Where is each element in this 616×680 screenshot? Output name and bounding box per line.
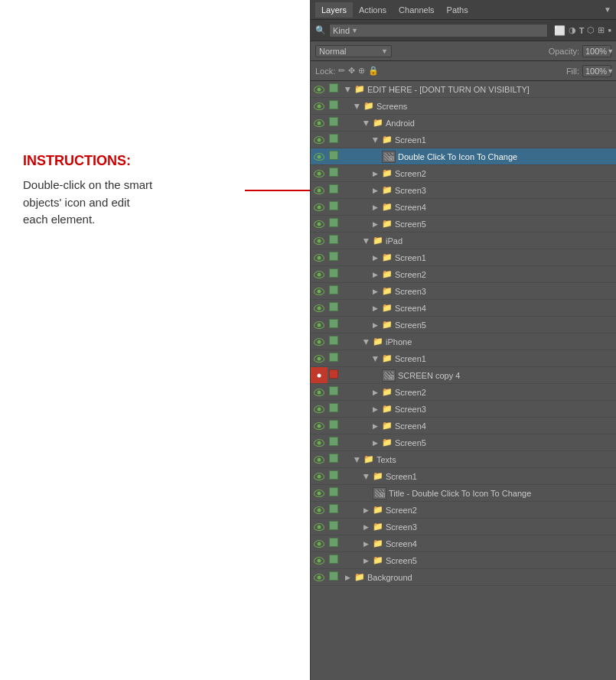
expand-arrow-iphone-screen4[interactable]: ▶ [373, 422, 378, 430]
filter-adjust-icon[interactable]: ◑ [569, 25, 576, 35]
expand-arrow-texts-screen1[interactable]: ▶ [363, 473, 370, 479]
expand-arrow-iphone-screen5[interactable]: ▶ [373, 439, 378, 447]
layer-row-ipad-screen1[interactable]: ▶📁Screen1 [311, 249, 616, 266]
expand-arrow-edit-here[interactable]: ▶ [344, 86, 352, 92]
visibility-toggle-texts[interactable] [311, 451, 328, 467]
layer-row-android-screen1[interactable]: ▶📁Screen1 [311, 132, 616, 148]
expand-arrow-ipad-screen1[interactable]: ▶ [373, 254, 378, 262]
layer-row-android-screen5[interactable]: ▶📁Screen5 [311, 216, 616, 233]
smart-object-icon-iphone-screen1-smart[interactable] [382, 369, 396, 382]
visibility-toggle-texts-screen5[interactable] [311, 552, 328, 568]
filter-pixel-icon[interactable]: ⬜ [554, 25, 565, 36]
layer-row-iphone[interactable]: ▶📁iPhone [311, 333, 616, 350]
visibility-toggle-android[interactable] [311, 115, 328, 131]
layer-row-ipad-screen5[interactable]: ▶📁Screen5 [311, 317, 616, 333]
layer-row-edit-here[interactable]: ▶📁EDIT HERE - [DONT TURN ON VISIBILTY] [311, 81, 616, 98]
layer-row-ipad-screen2[interactable]: ▶📁Screen2 [311, 266, 616, 283]
tab-layers[interactable]: Layers [315, 2, 353, 18]
expand-arrow-iphone-screen3[interactable]: ▶ [373, 405, 378, 413]
fill-input[interactable]: 100% ▼ [582, 65, 611, 77]
visibility-toggle-texts-screen1-smart[interactable] [311, 485, 328, 501]
visibility-toggle-android-screen1-smart[interactable] [311, 148, 328, 164]
visibility-toggle-iphone-screen4[interactable] [311, 418, 328, 434]
lock-pixels-icon[interactable]: ✏ [338, 66, 345, 76]
expand-arrow-screens[interactable]: ▶ [354, 103, 361, 109]
visibility-toggle-ipad-screen3[interactable] [311, 283, 328, 299]
layer-row-ipad-screen3[interactable]: ▶📁Screen3 [311, 283, 616, 300]
visibility-toggle-texts-screen4[interactable] [311, 535, 328, 551]
lock-artboard-icon[interactable]: ⊕ [358, 66, 365, 76]
layer-row-android[interactable]: ▶📁Android [311, 115, 616, 132]
visibility-toggle-background[interactable] [311, 569, 328, 585]
layer-row-texts-screen1[interactable]: ▶📁Screen1 [311, 468, 616, 485]
layer-row-texts-screen1-smart[interactable]: Title - Double Click To Icon To Change [311, 485, 616, 502]
visibility-toggle-ipad-screen1[interactable] [311, 249, 328, 265]
tab-actions[interactable]: Actions [353, 2, 393, 18]
layer-row-iphone-screen1-smart[interactable]: SCREEN copy 4 [311, 367, 616, 384]
visibility-toggle-android-screen1[interactable] [311, 132, 328, 148]
visibility-toggle-iphone-screen5[interactable] [311, 434, 328, 451]
lock-all-icon[interactable]: 🔒 [368, 66, 379, 76]
visibility-toggle-iphone-screen1-smart[interactable] [311, 367, 328, 383]
visibility-toggle-ipad-screen2[interactable] [311, 266, 328, 282]
visibility-toggle-android-screen2[interactable] [311, 165, 328, 181]
layer-row-android-screen4[interactable]: ▶📁Screen4 [311, 199, 616, 216]
expand-arrow-ipad-screen4[interactable]: ▶ [373, 304, 378, 312]
tab-paths[interactable]: Paths [441, 2, 474, 18]
expand-arrow-iphone-screen1[interactable]: ▶ [372, 356, 380, 361]
layer-row-iphone-screen2[interactable]: ▶📁Screen2 [311, 384, 616, 401]
visibility-toggle-screens[interactable] [311, 98, 328, 114]
layer-row-android-screen2[interactable]: ▶📁Screen2 [311, 165, 616, 182]
tab-channels[interactable]: Channels [393, 2, 440, 18]
visibility-toggle-android-screen4[interactable] [311, 199, 328, 215]
layer-row-texts-screen3[interactable]: ▶📁Screen3 [311, 519, 616, 535]
expand-arrow-texts[interactable]: ▶ [354, 457, 361, 462]
filter-smart-icon[interactable]: ⊞ [598, 25, 605, 35]
search-input[interactable]: Kind ▼ [329, 24, 548, 37]
expand-arrow-ipad[interactable]: ▶ [363, 238, 370, 243]
visibility-toggle-iphone[interactable] [311, 333, 328, 350]
visibility-toggle-edit-here[interactable] [311, 81, 328, 97]
opacity-input[interactable]: 100% ▼ [582, 45, 611, 57]
layer-row-android-screen1-smart[interactable]: Double Click To Icon To Change [311, 148, 616, 165]
expand-arrow-iphone-screen2[interactable]: ▶ [373, 389, 378, 396]
expand-arrow-texts-screen5[interactable]: ▶ [363, 557, 369, 564]
layer-row-iphone-screen5[interactable]: ▶📁Screen5 [311, 434, 616, 451]
lock-position-icon[interactable]: ✥ [348, 66, 355, 76]
layer-row-iphone-screen4[interactable]: ▶📁Screen4 [311, 418, 616, 434]
layer-row-texts-screen2[interactable]: ▶📁Screen2 [311, 502, 616, 519]
layer-row-texts-screen5[interactable]: ▶📁Screen5 [311, 552, 616, 569]
visibility-toggle-ipad[interactable] [311, 233, 328, 249]
layer-row-background[interactable]: ▶📁Background [311, 569, 616, 586]
expand-arrow-texts-screen4[interactable]: ▶ [363, 540, 369, 548]
expand-arrow-texts-screen3[interactable]: ▶ [363, 523, 369, 531]
layer-row-texts[interactable]: ▶📁Texts [311, 451, 616, 468]
expand-arrow-android-screen1[interactable]: ▶ [372, 137, 380, 142]
layer-row-screens[interactable]: ▶📁Screens [311, 98, 616, 115]
visibility-toggle-ipad-screen4[interactable] [311, 300, 328, 316]
panel-menu-arrow[interactable]: ▼ [604, 5, 611, 14]
blend-mode-dropdown[interactable]: Normal ▼ [315, 45, 392, 57]
visibility-toggle-iphone-screen1[interactable] [311, 350, 328, 366]
expand-arrow-android-screen4[interactable]: ▶ [373, 203, 378, 211]
expand-arrow-android-screen3[interactable]: ▶ [373, 187, 378, 194]
expand-arrow-iphone[interactable]: ▶ [363, 339, 370, 344]
layer-row-iphone-screen1[interactable]: ▶📁Screen1 [311, 350, 616, 367]
layer-row-android-screen3[interactable]: ▶📁Screen3 [311, 182, 616, 199]
visibility-toggle-ipad-screen5[interactable] [311, 317, 328, 333]
layer-row-texts-screen4[interactable]: ▶📁Screen4 [311, 535, 616, 552]
smart-object-icon-android-screen1-smart[interactable] [382, 151, 396, 163]
expand-arrow-android-screen5[interactable]: ▶ [373, 220, 378, 228]
visibility-toggle-texts-screen1[interactable] [311, 468, 328, 484]
visibility-toggle-android-screen3[interactable] [311, 182, 328, 198]
smart-object-icon-texts-screen1-smart[interactable] [373, 487, 386, 499]
search-dropdown-arrow[interactable]: ▼ [351, 27, 358, 34]
expand-arrow-ipad-screen5[interactable]: ▶ [373, 321, 378, 329]
layer-row-ipad[interactable]: ▶📁iPad [311, 233, 616, 249]
layer-row-ipad-screen4[interactable]: ▶📁Screen4 [311, 300, 616, 317]
expand-arrow-background[interactable]: ▶ [345, 574, 350, 581]
expand-arrow-android-screen2[interactable]: ▶ [373, 170, 378, 177]
visibility-toggle-texts-screen3[interactable] [311, 519, 328, 535]
expand-arrow-android[interactable]: ▶ [363, 120, 370, 125]
filter-text-icon[interactable]: T [579, 26, 585, 35]
